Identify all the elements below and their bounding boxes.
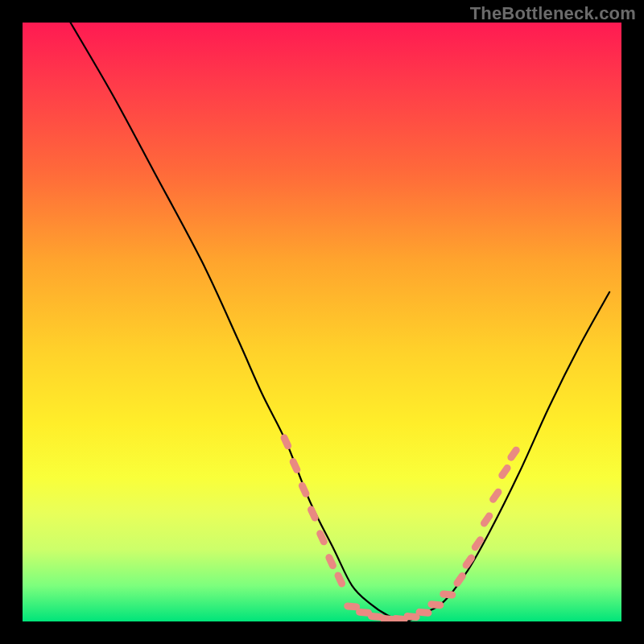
- chart-frame: TheBottleneck.com: [0, 0, 644, 644]
- highlight-dot: [475, 540, 480, 547]
- highlight-dot: [395, 619, 404, 620]
- highlight-dot: [338, 576, 342, 584]
- highlight-dot: [320, 534, 324, 542]
- highlight-dot: [312, 510, 316, 518]
- highlight-dot: [329, 558, 333, 566]
- highlight-dot: [493, 492, 498, 499]
- highlight-dot: [348, 606, 357, 607]
- plot-area: [23, 23, 621, 621]
- curve-layer: [23, 23, 621, 621]
- highlight-dot: [511, 450, 516, 457]
- highlight-dot: [383, 619, 392, 620]
- highlight-dot: [302, 485, 306, 493]
- highlight-dot: [484, 516, 489, 523]
- highlight-dot: [502, 468, 507, 475]
- highlight-dot: [407, 617, 416, 617]
- highlight-dot: [466, 558, 471, 565]
- highlight-dot: [457, 576, 462, 583]
- highlight-dot: [371, 617, 380, 617]
- highlight-dot: [293, 462, 297, 470]
- bottleneck-curve: [71, 23, 610, 621]
- highlight-points-left: [284, 438, 342, 584]
- highlight-points-right: [457, 450, 516, 583]
- watermark-text: TheBottleneck.com: [470, 3, 636, 24]
- highlight-dot: [360, 612, 369, 613]
- highlight-dot: [284, 438, 288, 446]
- highlight-dot: [431, 605, 440, 605]
- highlight-dot: [444, 594, 452, 595]
- highlight-dot: [419, 612, 428, 613]
